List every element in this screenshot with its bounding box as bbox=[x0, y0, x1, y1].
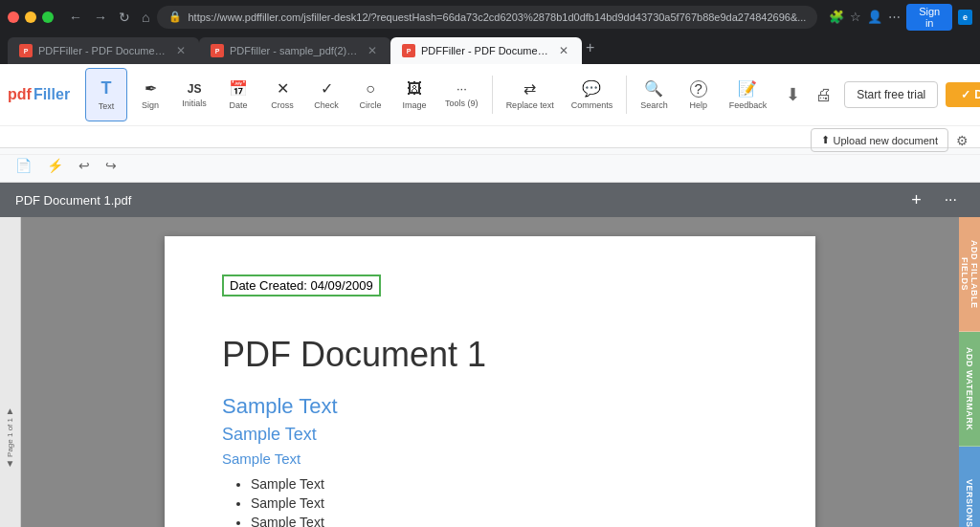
bullet-list: Sample Text Sample Text Sample Text Samp… bbox=[222, 476, 758, 527]
text-tool-icon: T bbox=[101, 78, 112, 99]
tab-pdf-doc1-active[interactable]: P PDFFiller - PDF Document 1(1)p.. ✕ bbox=[390, 37, 582, 64]
tool-comments[interactable]: 💬 Comments bbox=[564, 68, 621, 121]
extensions-btn[interactable]: 🧩 bbox=[829, 10, 844, 24]
sidebar-arrow-up[interactable]: ▲ bbox=[4, 404, 17, 418]
date-created-box[interactable]: Date Created: 04/09/2009 bbox=[222, 274, 381, 296]
upload-icon: ⬆ bbox=[821, 134, 830, 146]
reload-btn[interactable]: ↻ bbox=[115, 8, 134, 27]
tab3-close-btn[interactable]: ✕ bbox=[557, 44, 570, 57]
tab1-close-btn[interactable]: ✕ bbox=[174, 44, 188, 57]
window-min-btn[interactable] bbox=[25, 11, 36, 23]
address-bar[interactable]: 🔒 https://www.pdffiller.com/jsfiller-des… bbox=[157, 6, 817, 29]
tool-initials[interactable]: JS Initials bbox=[173, 68, 215, 121]
settings-gear-btn[interactable]: ⚙ bbox=[956, 133, 969, 148]
search-label: Search bbox=[640, 100, 668, 110]
tab3-label: PDFFiller - PDF Document 1(1)p.. bbox=[421, 45, 551, 56]
tools9-label: Tools (9) bbox=[445, 99, 479, 108]
tab1-label: PDFFiller - PDF Document 1.pdf bbox=[38, 45, 168, 56]
browser-chrome: ← → ↻ ⌂ 🔒 https://www.pdffiller.com/jsfi… bbox=[0, 0, 980, 33]
window-close-btn[interactable] bbox=[8, 11, 19, 23]
replace-text-label: Replace text bbox=[506, 100, 554, 110]
edge-logo: e bbox=[958, 10, 972, 25]
date-tool-icon: 📅 bbox=[229, 79, 248, 98]
doc-more-btn[interactable]: ··· bbox=[937, 191, 965, 209]
app-toolbar: pdf Filler T Text ✒ Sign JS Initials � bbox=[0, 64, 980, 148]
toolbar-divider2 bbox=[626, 76, 627, 114]
done-label: DONE bbox=[974, 88, 980, 101]
versions-tab[interactable]: VERSIONS bbox=[959, 447, 980, 527]
tool-sign[interactable]: ✒ Sign bbox=[129, 68, 171, 121]
download-btn[interactable]: ⬇ bbox=[782, 80, 804, 109]
tab2-close-btn[interactable]: ✕ bbox=[366, 44, 379, 57]
settings-btn[interactable]: ⋯ bbox=[888, 10, 901, 24]
circle-tool-icon: ○ bbox=[366, 80, 375, 98]
back-btn[interactable]: ← bbox=[65, 8, 86, 27]
add-watermark-tab[interactable]: ADD WATERMARK bbox=[959, 332, 980, 447]
window-controls bbox=[8, 11, 54, 23]
doc-add-btn[interactable]: + bbox=[903, 190, 929, 210]
page-thumbnail-btn[interactable]: 📄 bbox=[11, 154, 35, 177]
pdf-main-title: PDF Document 1 bbox=[222, 335, 758, 375]
add-fillable-fields-label: ADD FILLABLE FIELDS bbox=[960, 225, 979, 323]
home-btn[interactable]: ⌂ bbox=[138, 8, 153, 27]
date-created-text: Date Created: 04/09/2009 bbox=[230, 278, 373, 293]
tool-circle[interactable]: ○ Circle bbox=[349, 68, 391, 121]
toolbar-divider bbox=[492, 76, 493, 114]
sidebar-arrow-down[interactable]: ▼ bbox=[4, 456, 17, 471]
tool-check[interactable]: ✓ Check bbox=[305, 68, 347, 121]
add-fillable-fields-tab[interactable]: ADD FILLABLE FIELDS bbox=[959, 217, 980, 332]
done-btn[interactable]: ✓ DONE bbox=[946, 82, 980, 107]
browser-navigation: ← → ↻ ⌂ bbox=[65, 8, 153, 27]
text-tool-label: Text bbox=[99, 101, 115, 111]
window-max-btn[interactable] bbox=[42, 11, 54, 23]
redo-btn[interactable]: ↪ bbox=[101, 154, 121, 177]
document-area: PDF Document 1.pdf + ··· ▲ Page 1 of 1 ▼… bbox=[0, 183, 980, 527]
favorites-btn[interactable]: ☆ bbox=[850, 10, 861, 24]
image-tool-label: Image bbox=[403, 100, 427, 110]
sample-text-h1: Sample Text bbox=[222, 394, 758, 419]
versions-label: VERSIONS bbox=[965, 479, 974, 527]
new-tab-btn[interactable]: + bbox=[586, 39, 594, 56]
upload-label: Upload new document bbox=[834, 135, 938, 146]
pdf-canvas[interactable]: Date Created: 04/09/2009 PDF Document 1 … bbox=[21, 217, 959, 527]
tool-tools9[interactable]: ··· Tools (9) bbox=[437, 68, 486, 121]
search-icon: 🔍 bbox=[644, 79, 663, 98]
sign-tool-icon: ✒ bbox=[145, 79, 157, 98]
tab-sample-pdf[interactable]: P PDFfiller - sample_pdf(2).pdf ✕ bbox=[199, 37, 390, 64]
comments-label: Comments bbox=[571, 100, 613, 110]
tool-group: T Text ✒ Sign JS Initials 📅 Date ✕ Cr bbox=[85, 68, 774, 121]
replace-text-icon: ⇄ bbox=[523, 79, 536, 98]
forward-btn[interactable]: → bbox=[90, 8, 111, 27]
sample-text-h2: Sample Text bbox=[222, 425, 758, 445]
bullet-item-2: Sample Text bbox=[251, 495, 758, 511]
upload-new-document-btn[interactable]: ⬆ Upload new document bbox=[811, 128, 948, 152]
page-indicator: Page 1 of 1 bbox=[6, 418, 14, 457]
cross-tool-icon: ✕ bbox=[277, 79, 289, 98]
tool-feedback[interactable]: 📝 Feedback bbox=[722, 68, 775, 121]
tool-text[interactable]: T Text bbox=[85, 68, 127, 121]
tab-pdf-doc1[interactable]: P PDFFiller - PDF Document 1.pdf ✕ bbox=[8, 37, 199, 64]
browser-action-buttons: 🧩 ☆ 👤 ⋯ Sign in e bbox=[829, 4, 972, 31]
sign-in-btn[interactable]: Sign in bbox=[906, 4, 952, 31]
pdffiller-logo: pdf Filler bbox=[8, 86, 70, 103]
layers-btn[interactable]: ⚡ bbox=[43, 154, 67, 177]
pdf-page: Date Created: 04/09/2009 PDF Document 1 … bbox=[165, 236, 815, 527]
comments-icon: 💬 bbox=[582, 79, 601, 98]
start-free-trial-btn[interactable]: Start free trial bbox=[844, 81, 938, 108]
tab2-label: PDFfiller - sample_pdf(2).pdf bbox=[230, 45, 360, 56]
right-sidebar: ADD FILLABLE FIELDS ADD WATERMARK VERSIO… bbox=[959, 217, 980, 527]
tool-search[interactable]: 🔍 Search bbox=[633, 68, 676, 121]
profile-btn[interactable]: 👤 bbox=[867, 10, 882, 24]
print-btn[interactable]: 🖨 bbox=[812, 81, 836, 109]
page-sidebar: ▲ Page 1 of 1 ▼ bbox=[0, 217, 21, 527]
sign-tool-label: Sign bbox=[142, 100, 159, 110]
undo-btn[interactable]: ↩ bbox=[75, 154, 94, 177]
tool-date[interactable]: 📅 Date bbox=[217, 68, 259, 121]
tool-help[interactable]: ? Help bbox=[678, 68, 720, 121]
initials-tool-label: Initials bbox=[182, 99, 207, 108]
tool-replace-text[interactable]: ⇄ Replace text bbox=[499, 68, 562, 121]
tool-cross[interactable]: ✕ Cross bbox=[261, 68, 303, 121]
doc-title: PDF Document 1.pdf bbox=[15, 193, 896, 208]
tab1-favicon: P bbox=[19, 44, 33, 57]
tool-image[interactable]: 🖼 Image bbox=[393, 68, 435, 121]
